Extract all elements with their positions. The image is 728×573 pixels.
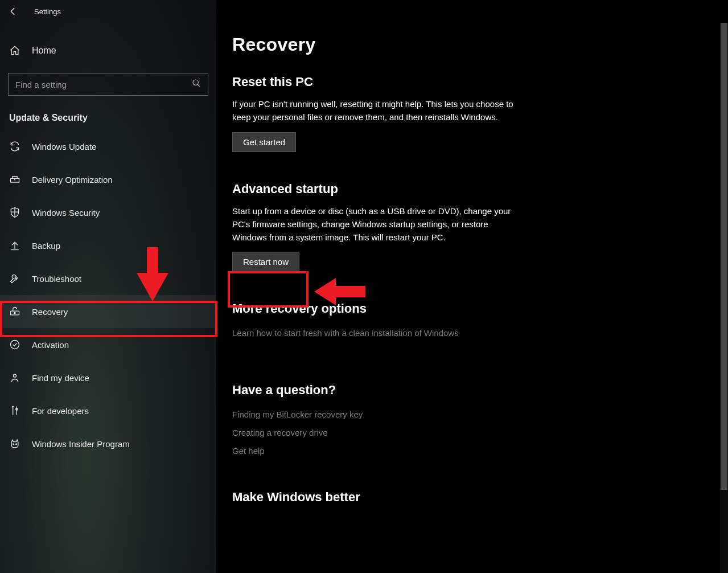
- sidebar-item-activation[interactable]: Activation: [0, 328, 216, 361]
- sidebar-item-for-developers[interactable]: For developers: [0, 394, 216, 427]
- link-start-fresh[interactable]: Learn how to start fresh with a clean in…: [232, 324, 519, 342]
- section-heading: Have a question?: [232, 383, 519, 398]
- sidebar-item-label: For developers: [32, 406, 89, 416]
- section-reset-this-pc: Reset this PC If your PC isn't running w…: [232, 75, 519, 152]
- sidebar-item-label: Find my device: [32, 373, 89, 383]
- sidebar-item-label: Windows Insider Program: [32, 439, 130, 449]
- sidebar-item-label: Activation: [32, 340, 69, 350]
- sidebar-item-windows-update[interactable]: Windows Update: [0, 130, 216, 163]
- restart-now-button[interactable]: Restart now: [232, 252, 299, 272]
- delivery-icon: [9, 174, 20, 185]
- titlebar: Settings: [0, 0, 216, 23]
- svg-point-0: [193, 80, 198, 85]
- wrench-icon: [9, 273, 20, 284]
- section-more-recovery-options: More recovery options Learn how to start…: [232, 301, 519, 342]
- sidebar-item-label: Recovery: [32, 307, 68, 317]
- sidebar: Settings Home Update & Security Windows …: [0, 0, 216, 573]
- svg-point-3: [14, 312, 15, 313]
- ninja-cat-icon: [9, 438, 20, 449]
- section-description: If your PC isn't running well, resetting…: [232, 97, 519, 124]
- home-icon: [9, 45, 20, 56]
- sidebar-item-troubleshoot[interactable]: Troubleshoot: [0, 262, 216, 295]
- sidebar-item-label: Backup: [32, 241, 60, 251]
- sidebar-home[interactable]: Home: [0, 34, 216, 67]
- search-box[interactable]: [8, 73, 208, 96]
- search-icon: [192, 79, 201, 90]
- section-heading: More recovery options: [232, 301, 519, 316]
- link-bitlocker-key[interactable]: Finding my BitLocker recovery key: [232, 406, 519, 424]
- section-advanced-startup: Advanced startup Start up from a device …: [232, 182, 519, 272]
- recovery-icon: [9, 306, 20, 317]
- link-get-help[interactable]: Get help: [232, 442, 519, 460]
- sidebar-item-label: Windows Security: [32, 208, 100, 218]
- tools-icon: [9, 405, 20, 416]
- section-description: Start up from a device or disc (such as …: [232, 204, 519, 244]
- content-pane: Recovery Reset this PC If your PC isn't …: [216, 0, 728, 573]
- link-recovery-drive[interactable]: Creating a recovery drive: [232, 424, 519, 442]
- svg-point-4: [11, 341, 19, 349]
- sidebar-item-windows-security[interactable]: Windows Security: [0, 196, 216, 229]
- scrollbar-thumb[interactable]: [721, 23, 727, 490]
- sidebar-item-backup[interactable]: Backup: [0, 229, 216, 262]
- search-input[interactable]: [15, 80, 192, 89]
- sidebar-item-label: Troubleshoot: [32, 274, 81, 284]
- location-person-icon: [9, 372, 20, 383]
- section-heading: Advanced startup: [232, 182, 519, 197]
- shield-icon: [9, 207, 20, 218]
- check-circle-icon: [9, 339, 20, 350]
- sidebar-item-windows-insider[interactable]: Windows Insider Program: [0, 427, 216, 460]
- svg-point-7: [13, 444, 14, 445]
- svg-point-5: [14, 374, 17, 377]
- section-heading: Reset this PC: [232, 75, 519, 89]
- back-icon[interactable]: [8, 6, 18, 17]
- window-title: Settings: [34, 7, 61, 16]
- sidebar-item-recovery[interactable]: Recovery: [0, 295, 216, 328]
- section-heading: Make Windows better: [232, 490, 519, 505]
- svg-point-8: [16, 444, 17, 445]
- sidebar-home-label: Home: [32, 46, 56, 56]
- sidebar-item-label: Windows Update: [32, 142, 96, 152]
- sidebar-section-heading: Update & Security: [0, 96, 216, 130]
- sidebar-item-delivery-optimization[interactable]: Delivery Optimization: [0, 163, 216, 196]
- section-make-windows-better: Make Windows better: [232, 490, 519, 505]
- sync-icon: [9, 141, 20, 152]
- backup-icon: [9, 240, 20, 251]
- section-have-a-question: Have a question? Finding my BitLocker re…: [232, 383, 519, 461]
- get-started-button[interactable]: Get started: [232, 132, 296, 152]
- page-title: Recovery: [232, 34, 519, 55]
- sidebar-item-label: Delivery Optimization: [32, 175, 113, 185]
- sidebar-item-find-my-device[interactable]: Find my device: [0, 361, 216, 394]
